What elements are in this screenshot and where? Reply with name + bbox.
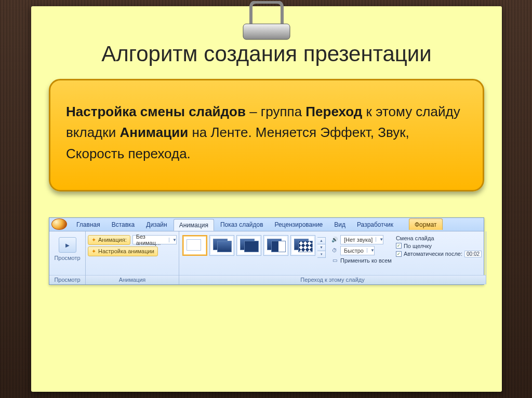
tab-home[interactable]: Главная bbox=[71, 219, 105, 230]
speed-value: Быстро bbox=[341, 248, 367, 254]
transition-fade[interactable] bbox=[209, 235, 234, 256]
bold-text: Переход bbox=[305, 104, 362, 119]
more-icon[interactable]: ▾ bbox=[317, 251, 325, 257]
tab-insert[interactable]: Вставка bbox=[107, 219, 140, 230]
apply-to-all-button[interactable]: ▭ Применить ко всем bbox=[331, 257, 392, 264]
star-icon: ✦ bbox=[91, 237, 96, 243]
on-click-label: По щелчку bbox=[404, 243, 432, 249]
tab-view[interactable]: Вид bbox=[329, 219, 351, 230]
speed-icon: ⏱ bbox=[331, 247, 338, 254]
gallery-scroll[interactable]: ▲ ▼ ▾ bbox=[317, 237, 326, 258]
sound-combo[interactable]: [Нет звука] ▼ bbox=[340, 235, 383, 244]
page-title: Алгоритм создания презентации bbox=[36, 42, 497, 66]
preview-button[interactable]: Просмотр bbox=[51, 233, 83, 261]
ribbon-groups: Просмотр Просмотр ✦ Анимация: Б bbox=[49, 231, 484, 284]
on-click-checkbox[interactable]: ✓ bbox=[396, 243, 402, 249]
speed-combo[interactable]: Быстро ▼ bbox=[340, 246, 375, 255]
custom-animation-button[interactable]: ✦ Настройка анимации bbox=[88, 246, 158, 256]
chevron-down-icon: ▼ bbox=[169, 238, 176, 242]
transition-cut[interactable] bbox=[236, 235, 261, 256]
transition-gallery: ▲ ▼ ▾ bbox=[181, 233, 327, 258]
chevron-down-icon[interactable]: ▼ bbox=[317, 244, 325, 251]
sound-value: [Нет звука] bbox=[341, 237, 376, 243]
group-preview: Просмотр Просмотр bbox=[49, 231, 86, 284]
chevron-down-icon: ▼ bbox=[376, 237, 383, 242]
advance-slide-title: Смена слайда bbox=[396, 235, 434, 241]
tab-review[interactable]: Рецензирование bbox=[270, 219, 328, 230]
group-label-transition: Переход к этому слайду bbox=[179, 275, 486, 284]
animation-label: Анимация: bbox=[98, 237, 127, 243]
group-label-animation: Анимация bbox=[86, 275, 179, 284]
sticky-note: Алгоритм создания презентации Настройка … bbox=[31, 6, 502, 392]
group-animation: ✦ Анимация: Без анимац... ▼ ✦ Наст bbox=[86, 231, 179, 284]
tab-developer[interactable]: Разработчик bbox=[352, 219, 398, 230]
chevron-up-icon[interactable]: ▲ bbox=[317, 238, 325, 244]
custom-animation-label: Настройка анимации bbox=[98, 248, 154, 254]
apply-all-icon: ▭ bbox=[331, 257, 338, 264]
group-label-preview: Просмотр bbox=[49, 275, 85, 284]
tab-design[interactable]: Дизайн bbox=[141, 219, 172, 230]
auto-after-time[interactable]: 00:02 bbox=[464, 251, 482, 257]
ribbon-tabs: Главная Вставка Дизайн Анимация Показ сл… bbox=[49, 218, 484, 231]
svg-rect-0 bbox=[243, 24, 290, 39]
office-button-icon[interactable] bbox=[51, 218, 67, 230]
chevron-down-icon: ▼ bbox=[367, 248, 374, 253]
star-icon: ✦ bbox=[91, 248, 96, 255]
group-transition: ▲ ▼ ▾ 🔊 [Нет звука] ▼ bbox=[179, 231, 486, 284]
sound-icon: 🔊 bbox=[331, 236, 338, 243]
auto-after-checkbox[interactable]: ✓ bbox=[396, 251, 402, 257]
preview-label: Просмотр bbox=[54, 255, 80, 261]
animation-value: Без анимац... bbox=[133, 234, 169, 246]
animation-combo[interactable]: Без анимац... ▼ bbox=[132, 235, 177, 244]
tab-animation[interactable]: Анимация bbox=[174, 219, 214, 231]
callout-box: Настройка смены слайдов – группа Переход… bbox=[49, 79, 484, 191]
play-icon bbox=[59, 237, 76, 253]
transition-wipe[interactable] bbox=[263, 235, 288, 256]
apply-all-label: Применить ко всем bbox=[340, 257, 392, 264]
binder-clip-icon bbox=[220, 1, 313, 44]
bold-text: Настройка смены слайдов bbox=[66, 104, 246, 119]
transition-options: 🔊 [Нет звука] ▼ ⏱ Быстро ▼ bbox=[329, 233, 484, 264]
tab-slideshow[interactable]: Показ слайдов bbox=[215, 219, 269, 230]
animate-chip[interactable]: ✦ Анимация: bbox=[88, 235, 130, 245]
transition-none[interactable] bbox=[182, 235, 207, 256]
tab-format[interactable]: Формат bbox=[409, 218, 443, 230]
transition-checker[interactable] bbox=[290, 235, 315, 256]
text: – группа bbox=[246, 104, 305, 119]
bold-text: Анимации bbox=[119, 125, 188, 140]
auto-after-label: Автоматически после: bbox=[404, 251, 462, 257]
office-ribbon: Главная Вставка Дизайн Анимация Показ сл… bbox=[49, 217, 484, 285]
